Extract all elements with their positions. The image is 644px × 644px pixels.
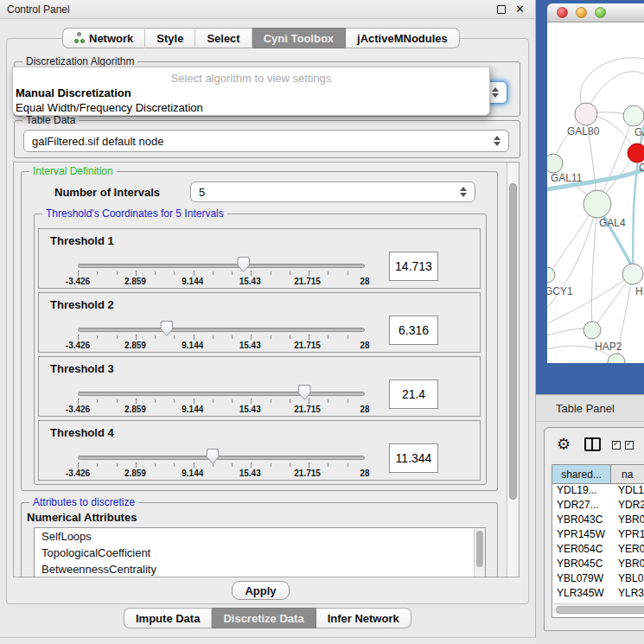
node-attribute-table[interactable]: shared... na YDL19...YDL1YDR27...YDR2YBR… <box>552 464 644 618</box>
cell-shared-name: YPR145W <box>552 528 611 543</box>
algorithm-dropdown-popup: Select algorithm to view settings Manual… <box>12 67 490 116</box>
table-body: YDL19...YDL1YDR27...YDR2YBR043CYBR0YPR14… <box>552 484 644 616</box>
settings-vertical-scrollbar[interactable] <box>507 163 519 577</box>
thresholds-group: Threshold's Coordinates for 5 Intervals … <box>34 214 487 485</box>
table-row[interactable]: YER054CYER0 <box>552 543 644 558</box>
cell-name: YDL1 <box>611 484 644 499</box>
table-data-combo[interactable]: galFiltered.sif default node <box>23 130 509 152</box>
table-row[interactable]: YDL19...YDL1 <box>552 484 644 499</box>
network-node[interactable] <box>623 105 644 126</box>
checkbox-icon[interactable] <box>625 441 634 450</box>
tab-label: Impute Data <box>136 612 200 625</box>
cell-shared-name: YBR043C <box>552 513 611 528</box>
combo-arrows-icon <box>460 187 467 197</box>
cell-name: YPR1 <box>611 528 644 543</box>
network-node[interactable] <box>622 264 643 284</box>
checkbox-icon[interactable] <box>612 441 621 450</box>
tab-label: Style <box>156 32 183 45</box>
table-row[interactable]: YLR345WYLR3 <box>552 587 644 602</box>
bottom-tab-discretize-data[interactable]: Discretize Data <box>212 608 316 628</box>
attribute-list-item[interactable]: TopologicalCoefficient <box>35 545 485 561</box>
minimize-traffic-light-icon[interactable] <box>576 7 587 18</box>
network-window-titlebar <box>547 3 644 22</box>
numerical-attributes-list[interactable]: SelfLoopsTopologicalCoefficientBetweenne… <box>34 527 486 577</box>
network-node[interactable] <box>583 322 601 339</box>
attribute-list-item[interactable]: BetweennessCentrality <box>35 561 485 577</box>
number-of-intervals-value: 5 <box>199 186 205 199</box>
axis-tick-label: 9.144 <box>182 341 203 350</box>
slider-track[interactable] <box>78 328 365 332</box>
column-header-shared-name[interactable]: shared... <box>552 465 611 483</box>
network-window-frame: GAL80GACGAL11GAL4GCY1HHAP2 <box>536 0 644 394</box>
scrollbar-thumb[interactable] <box>509 183 517 500</box>
tab-cyni-toolbox[interactable]: Cyni Toolbox <box>252 28 346 48</box>
slider-track[interactable] <box>78 264 365 268</box>
cell-name: YBL0 <box>611 572 644 587</box>
threshold-value-field[interactable]: 21.4 <box>389 379 438 409</box>
scrollbar-thumb[interactable] <box>556 606 644 614</box>
bottom-tab-strip: Impute DataDiscretize DataInfer Network <box>124 608 411 628</box>
threshold-value-field[interactable]: 6.316 <box>389 316 438 345</box>
network-node[interactable] <box>547 154 563 173</box>
network-node[interactable] <box>608 354 625 363</box>
split-columns-icon[interactable] <box>584 437 601 451</box>
network-node[interactable] <box>547 267 555 283</box>
threshold-value-field[interactable]: 11.344 <box>389 443 438 473</box>
apply-button[interactable]: Apply <box>232 581 290 600</box>
tab-network[interactable]: Network <box>62 28 145 48</box>
table-row[interactable]: YPR145WYPR1 <box>552 528 644 543</box>
table-row[interactable]: YBL079WYBL0 <box>552 572 644 587</box>
attributes-scrollbar[interactable] <box>474 528 485 577</box>
slider-track[interactable] <box>78 456 365 460</box>
cell-shared-name: YDL19... <box>552 484 611 499</box>
table-horizontal-scrollbar[interactable] <box>553 603 644 615</box>
axis-tick-label: 28 <box>360 341 369 350</box>
control-panel-window: Control Panel ✕ NetworkStyleSelectCyni T… <box>0 0 536 638</box>
table-data-group: Table Data galFiltered.sif default node <box>14 120 520 158</box>
table-panel: ⚙ shared... na YDL19...YDL1YDR27...YDR2Y… <box>544 427 644 631</box>
close-traffic-light-icon[interactable] <box>557 7 568 18</box>
number-of-intervals-combo[interactable]: 5 <box>190 182 475 202</box>
network-canvas[interactable]: GAL80GACGAL11GAL4GCY1HHAP2 <box>547 22 644 363</box>
table-header-row: shared... na <box>552 465 644 484</box>
gear-icon[interactable]: ⚙ <box>557 435 571 454</box>
axis-tick-label: -3.426 <box>66 277 90 286</box>
table-row[interactable]: YBR043CYBR0 <box>552 513 644 528</box>
slider-minor-ticks <box>78 271 367 275</box>
slider-minor-ticks <box>78 463 367 467</box>
combo-arrows-icon <box>492 87 499 98</box>
axis-tick-label: 9.144 <box>182 469 203 478</box>
table-panel-title: Table Panel <box>556 402 615 415</box>
tab-label: Cyni Toolbox <box>264 32 334 45</box>
algorithm-option[interactable]: Equal Width/Frequency Discretization <box>16 101 482 114</box>
tab-label: Select <box>207 32 239 45</box>
threshold-value-field[interactable]: 14.713 <box>389 252 438 281</box>
tab-jactivemnodules[interactable]: jActiveMNodules <box>346 28 460 48</box>
zoom-traffic-light-icon[interactable] <box>595 7 606 18</box>
tab-style[interactable]: Style <box>145 28 195 48</box>
cell-name: YLR3 <box>611 587 644 602</box>
number-of-intervals-label: Number of Intervals <box>54 186 160 199</box>
network-node[interactable] <box>575 103 597 125</box>
network-node-label: GCY1 <box>547 285 573 297</box>
float-window-icon[interactable] <box>497 5 506 14</box>
bottom-tab-infer-network[interactable]: Infer Network <box>316 608 411 628</box>
close-icon[interactable]: ✕ <box>515 3 525 16</box>
attribute-list-item[interactable]: SelfLoops <box>35 528 485 545</box>
network-node-label: C <box>639 162 644 174</box>
table-row[interactable]: YDR27...YDR2 <box>552 499 644 513</box>
cell-shared-name: YBL079W <box>552 572 611 587</box>
algorithm-option[interactable]: Manual Discretization <box>16 86 482 99</box>
cell-name: YBR0 <box>611 558 644 572</box>
table-row[interactable]: YBR045CYBR0 <box>552 558 644 572</box>
tab-select[interactable]: Select <box>195 28 252 48</box>
axis-tick-label: 2.859 <box>124 405 146 414</box>
threshold-panel: Threshold 2-3.4262.8599.14415.4321.71528… <box>38 292 481 353</box>
numerical-attributes-label: Numerical Attributes <box>27 511 137 524</box>
table-panel-area: ⚙ shared... na YDL19...YDL1YDR27...YDR2Y… <box>536 422 644 644</box>
slider-track[interactable] <box>78 392 365 396</box>
bottom-tab-impute-data[interactable]: Impute Data <box>124 608 212 628</box>
column-header-name[interactable]: na <box>611 465 644 483</box>
network-node[interactable] <box>583 190 611 218</box>
network-node[interactable] <box>628 143 644 163</box>
